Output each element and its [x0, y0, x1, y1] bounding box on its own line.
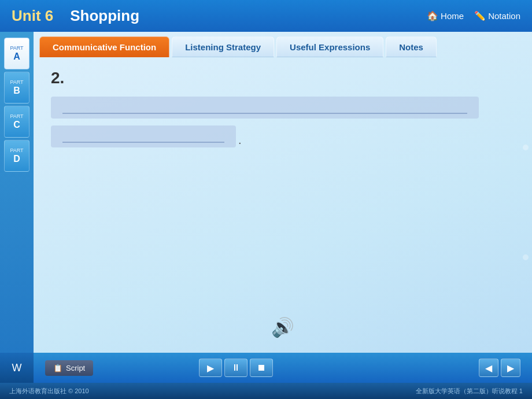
pause-icon: ⏸: [231, 363, 241, 373]
home-icon: 🏠: [427, 10, 438, 21]
sidebar-item-part-c[interactable]: PART C: [4, 106, 29, 138]
main-content: Communicative Function Listening Strateg…: [34, 32, 532, 373]
tab-bar: Communicative Function Listening Strateg…: [34, 32, 532, 57]
tab-useful-expressions[interactable]: Useful Expressions: [276, 36, 383, 57]
item-number: 2.: [51, 69, 515, 87]
prev-icon: ◀: [485, 363, 492, 374]
status-bar: 上海外语教育出版社 © 2010 全新版大学英语（第二版）听说教程 1: [0, 383, 532, 399]
edge-dot-2: [523, 254, 529, 260]
sidebar-item-part-b[interactable]: PART B: [4, 72, 29, 104]
next-icon: ▶: [507, 363, 514, 374]
part-b-word: PART: [10, 79, 23, 86]
notation-link[interactable]: ✏️ Notation: [474, 10, 520, 21]
text-bar-1: [51, 97, 479, 119]
stop-button[interactable]: ⏹: [250, 359, 273, 377]
sidebar: PART A PART B PART C PART D: [0, 32, 34, 373]
navigation-arrows: ◀ ▶: [479, 359, 520, 377]
playback-controls: ▶ ⏸ ⏹: [199, 359, 273, 377]
sidebar-item-part-a[interactable]: PART A: [4, 38, 29, 69]
part-d-word: PART: [10, 147, 23, 154]
part-a-letter: A: [13, 51, 20, 62]
header: Unit 6 Shopping 🏠 Home ✏️ Notation: [0, 0, 532, 32]
header-title: Unit 6 Shopping: [12, 7, 139, 25]
tab-notes[interactable]: Notes: [386, 36, 437, 57]
part-c-letter: C: [13, 119, 20, 130]
next-button[interactable]: ▶: [501, 359, 520, 377]
header-nav: 🏠 Home ✏️ Notation: [427, 10, 520, 21]
play-button[interactable]: ▶: [199, 359, 222, 377]
script-icon: 📋: [53, 364, 62, 372]
content-area: 2. . 🔊: [34, 57, 532, 373]
publisher-text: 上海外语教育出版社 © 2010: [9, 387, 89, 396]
part-d-letter: D: [13, 153, 20, 164]
period-mark: .: [238, 134, 242, 147]
text-bar-2: [51, 125, 236, 147]
publisher-logo-icon: W: [12, 362, 22, 374]
home-link[interactable]: 🏠 Home: [427, 10, 464, 21]
tab-listening-strategy[interactable]: Listening Strategy: [172, 36, 274, 57]
unit-subtitle: Shopping: [70, 7, 139, 24]
stop-icon: ⏹: [257, 363, 266, 373]
part-c-word: PART: [10, 113, 23, 120]
part-b-letter: B: [13, 85, 20, 96]
prev-button[interactable]: ◀: [479, 359, 498, 377]
text-bar-2-wrapper: .: [51, 125, 515, 154]
notation-label: Notation: [488, 11, 520, 21]
home-label: Home: [441, 11, 464, 21]
script-button[interactable]: 📋 Script: [45, 360, 93, 376]
speaker-area[interactable]: 🔊: [271, 316, 294, 338]
pause-button[interactable]: ⏸: [224, 359, 247, 377]
unit-label: Unit 6: [12, 7, 53, 24]
tab-communicative-function[interactable]: Communicative Function: [39, 36, 169, 57]
play-icon: ▶: [207, 363, 214, 374]
part-a-word: PART: [10, 45, 23, 51]
speaker-icon: 🔊: [271, 316, 294, 338]
title-separator: [57, 7, 65, 24]
notation-icon: ✏️: [474, 10, 486, 21]
script-label: Script: [66, 364, 85, 372]
edge-dot-1: [523, 145, 529, 150]
course-text: 全新版大学英语（第二版）听说教程 1: [416, 387, 523, 396]
sidebar-item-part-d[interactable]: PART D: [4, 140, 29, 172]
bottom-bar: 📋 Script ▶ ⏸ ⏹ ◀ ▶: [34, 353, 532, 383]
footer-sidebar: W: [0, 353, 34, 383]
